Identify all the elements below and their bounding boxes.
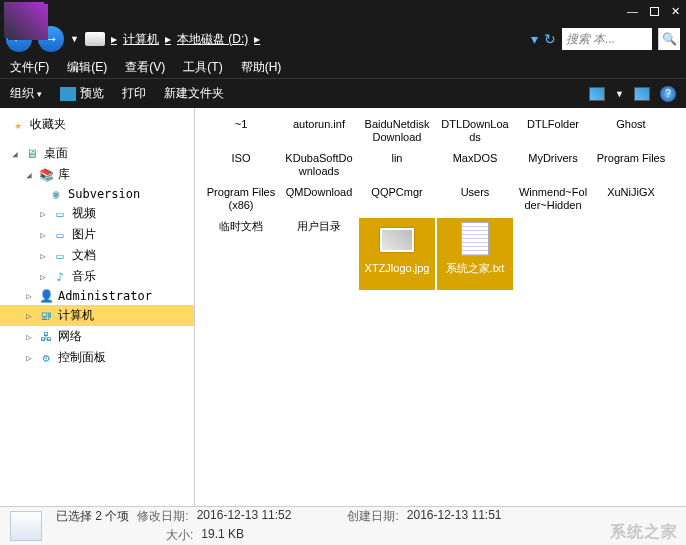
tree-music[interactable]: ▷♪音乐 xyxy=(0,266,194,287)
tree-subversion[interactable]: ◉Subversion xyxy=(0,185,194,203)
file-item[interactable]: ISO xyxy=(203,150,279,180)
file-item[interactable]: DTLDownLoads xyxy=(437,116,513,146)
file-label: MyDrivers xyxy=(528,152,578,178)
menu-file[interactable]: 文件(F) xyxy=(10,59,49,76)
file-item[interactable]: 系统之家.txt xyxy=(437,218,513,290)
file-item[interactable]: MyDrivers xyxy=(515,150,591,180)
help-icon[interactable]: ? xyxy=(660,86,676,102)
file-label: Program Files (x86) xyxy=(205,186,277,212)
toolbar: 组织 预览 打印 新建文件夹 ▼ ? xyxy=(0,78,686,108)
network-icon: 🖧 xyxy=(38,330,54,344)
star-icon: ★ xyxy=(10,118,26,132)
file-item[interactable]: BaiduNetdiskDownload xyxy=(359,116,435,146)
main-area: ★收藏夹 ◢🖥桌面 ◢📚库 ◉Subversion ▷▭视频 ▷▭图片 ▷▭文档… xyxy=(0,108,686,506)
menu-view[interactable]: 查看(V) xyxy=(125,59,165,76)
tree-admin[interactable]: ▷👤Administrator xyxy=(0,287,194,305)
expand-icon[interactable]: ▷ xyxy=(38,230,48,240)
breadcrumb-drive[interactable]: 本地磁盘 (D:) xyxy=(177,31,248,48)
expand-icon[interactable]: ▷ xyxy=(38,209,48,219)
file-label: lin xyxy=(391,152,402,178)
menu-edit[interactable]: 编辑(E) xyxy=(67,59,107,76)
tree-control-panel[interactable]: ▷⚙控制面板 xyxy=(0,347,194,368)
file-label: 用户目录 xyxy=(297,220,341,246)
file-item[interactable]: Program Files (x86) xyxy=(203,184,279,214)
tree-pictures[interactable]: ▷▭图片 xyxy=(0,224,194,245)
file-item[interactable]: Program Files xyxy=(593,150,669,180)
preview-button[interactable]: 预览 xyxy=(60,85,104,102)
file-item[interactable]: 用户目录 xyxy=(281,218,357,290)
view-mode-icon[interactable] xyxy=(589,87,605,101)
expand-icon[interactable]: ▷ xyxy=(38,272,48,282)
expand-icon[interactable]: ▷ xyxy=(24,353,34,363)
file-item[interactable]: Ghost xyxy=(593,116,669,146)
preview-icon xyxy=(60,87,76,101)
tree-documents[interactable]: ▷▭文档 xyxy=(0,245,194,266)
music-icon: ♪ xyxy=(52,270,68,284)
tree-desktop[interactable]: ◢🖥桌面 xyxy=(0,143,194,164)
file-item[interactable]: XuNiJiGX xyxy=(593,184,669,214)
picture-icon: ▭ xyxy=(52,228,68,242)
file-item[interactable]: MaxDOS xyxy=(437,150,513,180)
expand-icon[interactable]: ▷ xyxy=(38,251,48,261)
file-item[interactable]: DTLFolder xyxy=(515,116,591,146)
maximize-button[interactable] xyxy=(650,7,659,16)
breadcrumb-computer[interactable]: 计算机 xyxy=(123,31,159,48)
tree-favorites[interactable]: ★收藏夹 xyxy=(0,114,194,135)
user-icon: 👤 xyxy=(38,289,54,303)
print-button[interactable]: 打印 xyxy=(122,85,146,102)
expand-icon[interactable]: ▷ xyxy=(24,332,34,342)
file-label: 临时文档 xyxy=(219,220,263,246)
status-size-value: 19.1 KB xyxy=(201,527,244,544)
file-item[interactable]: KDubaSoftDownloads xyxy=(281,150,357,180)
window-titlebar: — ✕ xyxy=(0,0,686,22)
search-button[interactable]: 🔍 xyxy=(658,28,680,50)
file-item[interactable]: QQPCmgr xyxy=(359,184,435,214)
pane-icon[interactable] xyxy=(634,87,650,101)
file-item[interactable]: Users xyxy=(437,184,513,214)
collapse-icon[interactable]: ◢ xyxy=(24,170,34,180)
video-icon: ▭ xyxy=(52,207,68,221)
file-item[interactable]: Winmend~Folder~Hidden xyxy=(515,184,591,214)
file-item[interactable]: lin xyxy=(359,150,435,180)
tree-computer[interactable]: ▷🖳计算机 xyxy=(0,305,194,326)
status-create-label: 创建日期: xyxy=(347,508,398,525)
tree-network[interactable]: ▷🖧网络 xyxy=(0,326,194,347)
history-dropdown[interactable]: ▼ xyxy=(70,34,79,44)
file-label: MaxDOS xyxy=(453,152,498,178)
file-label: 系统之家.txt xyxy=(446,262,505,288)
status-create-value: 2016-12-13 11:51 xyxy=(407,508,502,525)
txt-file-icon xyxy=(451,220,499,260)
svn-icon: ◉ xyxy=(48,187,64,201)
watermark: 系统之家 xyxy=(610,522,678,543)
file-item[interactable]: QMDownload xyxy=(281,184,357,214)
tree-video[interactable]: ▷▭视频 xyxy=(0,203,194,224)
collapse-icon[interactable]: ◢ xyxy=(10,149,20,159)
organize-button[interactable]: 组织 xyxy=(10,85,42,102)
expand-icon[interactable]: ▷ xyxy=(24,311,34,321)
expand-icon[interactable]: ▷ xyxy=(24,291,34,301)
file-label: autorun.inf xyxy=(293,118,345,144)
search-input[interactable]: 搜索 本... xyxy=(562,28,652,50)
close-button[interactable]: ✕ xyxy=(671,5,680,18)
file-label: Program Files xyxy=(597,152,665,178)
file-list[interactable]: ~1autorun.infBaiduNetdiskDownloadDTLDown… xyxy=(195,108,686,506)
breadcrumb[interactable]: ▸ 计算机 ▸ 本地磁盘 (D:) ▸ xyxy=(111,31,260,48)
new-folder-button[interactable]: 新建文件夹 xyxy=(164,85,224,102)
file-item[interactable]: XTZJlogo.jpg xyxy=(359,218,435,290)
breadcrumb-sep: ▸ xyxy=(111,32,117,46)
tree-libraries[interactable]: ◢📚库 xyxy=(0,164,194,185)
menu-help[interactable]: 帮助(H) xyxy=(241,59,282,76)
file-item[interactable]: ~1 xyxy=(203,116,279,146)
view-dropdown[interactable]: ▼ xyxy=(615,89,624,99)
minimize-button[interactable]: — xyxy=(627,5,638,17)
file-item[interactable]: autorun.inf xyxy=(281,116,357,146)
refresh-icon[interactable]: ↻ xyxy=(544,31,556,47)
dropdown-icon[interactable]: ▾ xyxy=(531,31,538,47)
library-icon: 📚 xyxy=(38,168,54,182)
file-item[interactable]: 临时文档 xyxy=(203,218,279,290)
sidebar-tree: ★收藏夹 ◢🖥桌面 ◢📚库 ◉Subversion ▷▭视频 ▷▭图片 ▷▭文档… xyxy=(0,108,195,506)
status-bar: 已选择 2 个项 修改日期: 2016-12-13 11:52 创建日期: 20… xyxy=(0,506,686,545)
menu-tools[interactable]: 工具(T) xyxy=(183,59,222,76)
file-label: DTLDownLoads xyxy=(439,118,511,144)
status-size-label: 大小: xyxy=(166,527,193,544)
